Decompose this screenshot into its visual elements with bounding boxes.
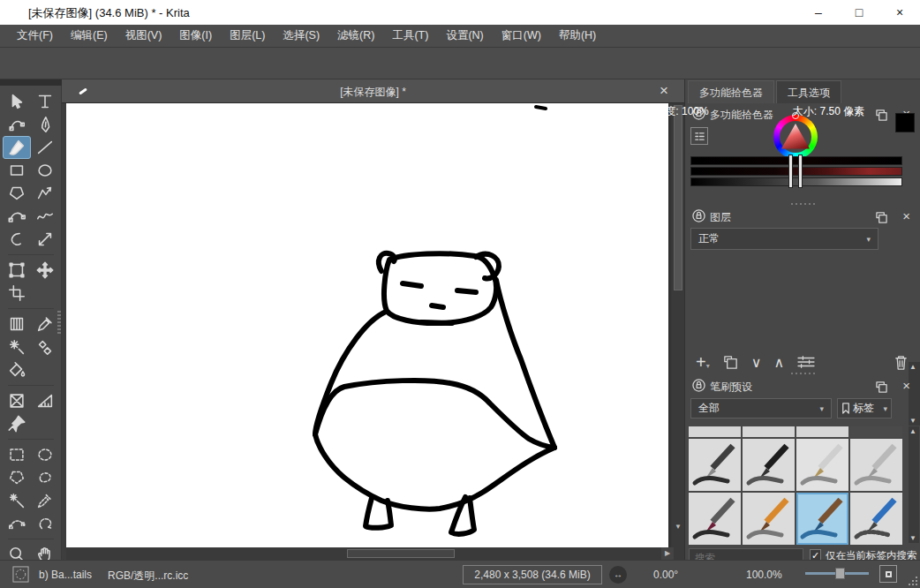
rotation-angle-value[interactable]: 0.00°: [653, 569, 678, 581]
brush-preset-partial[interactable]: [689, 426, 741, 437]
tool-freehand-path[interactable]: [31, 205, 59, 228]
tool-move[interactable]: [31, 259, 59, 282]
brush-preset-partial[interactable]: [796, 426, 848, 437]
tool-rectangle[interactable]: [3, 159, 31, 182]
tool-bezier-select[interactable]: [3, 512, 31, 535]
layer-properties-button[interactable]: [796, 354, 816, 370]
vertical-scrollbar[interactable]: ▼: [672, 103, 684, 547]
subwindow-close-icon[interactable]: ×: [660, 82, 668, 100]
tool-assistants[interactable]: [3, 389, 31, 412]
menu-layer[interactable]: 图层(L): [222, 25, 273, 47]
tool-rect-select[interactable]: [3, 443, 31, 466]
lock-icon[interactable]: [692, 209, 705, 226]
color-triangle[interactable]: [781, 124, 810, 150]
vertical-scrollbar-thumb[interactable]: [674, 105, 682, 290]
delete-layer-button[interactable]: [894, 354, 909, 371]
menu-help[interactable]: 帮助(H): [551, 25, 604, 47]
brushes-docker-header[interactable]: 笔刷预设 ×: [685, 378, 920, 396]
tool-select-from-color[interactable]: [31, 489, 59, 512]
docker-splitter-handle[interactable]: [57, 311, 61, 334]
scroll-down-icon[interactable]: ▼: [909, 534, 916, 542]
layers-docker-header[interactable]: 图层 ×: [685, 208, 920, 226]
tool-calligraphy[interactable]: [31, 113, 59, 136]
image-size-status[interactable]: 2,480 x 3,508 (34.6 MiB): [463, 565, 602, 584]
tool-ellipse-select[interactable]: [31, 443, 59, 466]
tool-gradient[interactable]: [3, 313, 31, 335]
horizontal-scrollbar-thumb[interactable]: [347, 549, 455, 558]
tool-edit-shapes[interactable]: [3, 113, 31, 136]
toolbox-title-strip[interactable]: [0, 79, 62, 86]
color-profile-status[interactable]: RGB/透明...rc.icc: [108, 569, 188, 584]
tab-tool-options[interactable]: 工具选项: [776, 80, 841, 103]
tool-color-sampler[interactable]: [31, 313, 59, 335]
move-layer-down-button[interactable]: ∨: [751, 354, 762, 371]
selection-mode-icon[interactable]: [12, 566, 29, 585]
tool-freehand-brush[interactable]: [3, 136, 31, 159]
zoom-slider[interactable]: [805, 572, 869, 575]
tool-transform[interactable]: [3, 259, 31, 282]
menu-image[interactable]: 图像(I): [171, 25, 220, 47]
duplicate-layer-button[interactable]: [722, 354, 739, 371]
close-docker-icon[interactable]: ×: [902, 378, 910, 393]
tool-magnetic-select[interactable]: [31, 512, 59, 535]
scroll-down-icon[interactable]: ▼: [909, 417, 916, 425]
docker-resize-handle[interactable]: [685, 371, 920, 376]
horizontal-scrollbar[interactable]: ▶: [66, 547, 684, 560]
brush-preset[interactable]: [689, 493, 741, 545]
brush-preset[interactable]: [850, 493, 902, 545]
lock-icon[interactable]: [692, 379, 705, 396]
color-wheel[interactable]: [773, 115, 818, 159]
tool-freehand-select[interactable]: [31, 466, 59, 489]
menu-view[interactable]: 视图(V): [117, 25, 170, 47]
tool-multibrush[interactable]: [31, 228, 59, 251]
tab-advanced-color-selector[interactable]: 多功能拾色器: [688, 80, 774, 103]
close-docker-icon[interactable]: ×: [902, 208, 910, 223]
brush-preset[interactable]: [689, 439, 741, 491]
menu-file[interactable]: 文件(F): [9, 25, 61, 47]
tool-polygon[interactable]: [3, 182, 31, 205]
subwindow-titlebar[interactable]: [未保存图像] * ×: [62, 79, 684, 103]
tool-crop[interactable]: [3, 282, 31, 305]
canvas[interactable]: [66, 103, 668, 547]
brush-preset[interactable]: [743, 493, 795, 545]
tool-ellipse[interactable]: [31, 159, 59, 182]
add-layer-button[interactable]: +▾: [696, 352, 710, 373]
minimize-button[interactable]: –: [798, 0, 839, 25]
docker-resize-handle[interactable]: [685, 201, 920, 207]
tool-dynamic-brush[interactable]: [3, 228, 31, 251]
brush-preset-status[interactable]: b) Ba...tails: [39, 569, 92, 581]
canvas-rotation-icon[interactable]: ↔: [609, 566, 627, 584]
window-resize-grip[interactable]: [908, 576, 918, 586]
color-selector-settings-button[interactable]: [690, 127, 708, 145]
brush-preset[interactable]: [850, 439, 902, 491]
tool-smart-patch[interactable]: [31, 335, 59, 358]
zoom-level-value[interactable]: 100.0%: [746, 569, 782, 581]
tool-text[interactable]: [31, 90, 59, 113]
menu-tools[interactable]: 工具(T): [384, 25, 436, 47]
tool-polyline[interactable]: [31, 182, 59, 205]
zoom-slider-thumb[interactable]: [835, 568, 845, 579]
menu-settings[interactable]: 设置(N): [438, 25, 491, 47]
float-docker-icon[interactable]: [876, 109, 887, 124]
tool-bezier-curve[interactable]: [3, 205, 31, 228]
current-color-swatch[interactable]: [895, 113, 915, 132]
tool-reference-images[interactable]: [3, 412, 31, 435]
menu-window[interactable]: 窗口(W): [494, 25, 549, 47]
menu-edit[interactable]: 编辑(E): [63, 25, 116, 47]
tag-button[interactable]: 标签 ▾: [837, 398, 892, 418]
zoom-reset-button[interactable]: [879, 565, 897, 583]
shade-bar-handles[interactable]: [788, 155, 803, 188]
scroll-up-icon[interactable]: ▲: [909, 427, 916, 435]
menu-filter[interactable]: 滤镜(R): [329, 25, 382, 47]
tool-measure[interactable]: [31, 389, 59, 412]
tool-colorize-mask[interactable]: [3, 335, 31, 358]
brush-grid-scrollbar[interactable]: ▲ ▼: [909, 426, 919, 543]
brush-preset-partial[interactable]: [743, 426, 795, 437]
brush-preset[interactable]: [743, 439, 795, 491]
float-docker-icon[interactable]: [876, 211, 887, 227]
tool-polygon-select[interactable]: [3, 466, 31, 489]
brush-preset-partial[interactable]: [850, 426, 902, 437]
tool-fill[interactable]: [3, 358, 31, 381]
brush-preset-selected[interactable]: [796, 493, 848, 545]
move-layer-up-button[interactable]: ∧: [773, 354, 784, 371]
